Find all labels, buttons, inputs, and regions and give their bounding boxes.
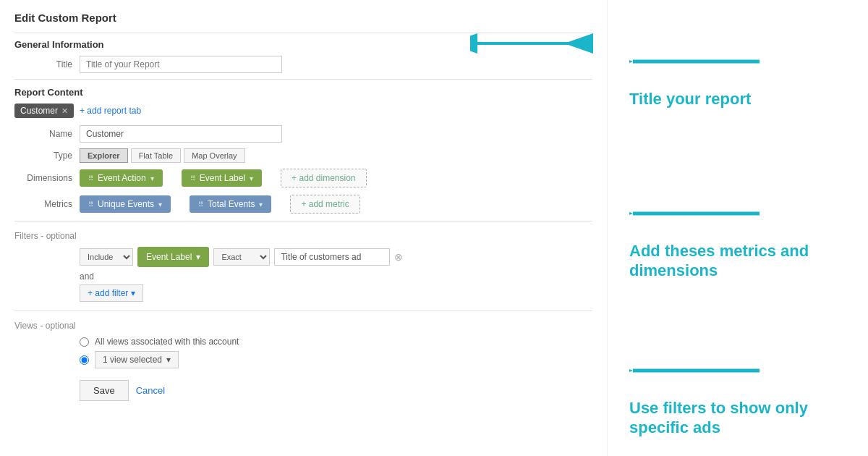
metric-label: Unique Events: [98, 199, 154, 209]
annotation-metrics-text: Add theses metrics and dimensions: [629, 242, 846, 280]
right-panel: Title your report Add theses metrics and…: [608, 0, 868, 456]
left-panel: Edit Custom Report General Information T…: [0, 0, 608, 456]
name-label: Name: [14, 129, 80, 139]
add-filter-label: + add filter: [88, 288, 128, 298]
filters-section: Filters - optional Include Exclude Event…: [14, 230, 592, 302]
arrow-title-report: [470, 22, 600, 65]
filters-arrow-svg: [629, 345, 774, 396]
metrics-label: Metrics: [14, 195, 80, 209]
chevron-down-icon-7: ▾: [166, 355, 171, 365]
filters-optional: - optional: [41, 231, 76, 241]
dimensions-label: Dimensions: [14, 169, 80, 183]
active-tab[interactable]: Customer ✕: [14, 104, 74, 118]
dimension-label-2: Event Label: [200, 173, 245, 183]
annotation-title-text: Title your report: [629, 90, 846, 109]
dimension-chip-event-label[interactable]: ⠿ Event Label ▾: [182, 169, 262, 187]
views-label: Views - optional: [14, 320, 592, 331]
metrics-chips: ⠿ Unique Events ▾ ✕ ⠿ Total Events ▾ ✕ +…: [80, 195, 360, 214]
type-btn-flat-table[interactable]: Flat Table: [131, 148, 182, 163]
type-btn-explorer[interactable]: Explorer: [80, 148, 128, 163]
annotation-metrics: Add theses metrics and dimensions: [629, 188, 846, 280]
type-row: Type Explorer Flat Table Map Overlay: [14, 148, 592, 163]
dimension-label: Event Action: [98, 173, 146, 183]
title-label: Title: [14, 59, 80, 69]
chevron-down-icon-2: ▾: [250, 174, 253, 182]
annotation-title-report: Title your report: [629, 36, 846, 109]
title-input[interactable]: [80, 56, 282, 73]
selected-view-radio-row: 1 view selected ▾: [80, 351, 592, 368]
add-metric-btn[interactable]: + add metric: [290, 195, 359, 214]
views-section: Views - optional All views associated wi…: [14, 320, 592, 368]
all-views-label: All views associated with this account: [95, 337, 239, 347]
all-views-radio[interactable]: [80, 337, 89, 347]
tab-label: Customer: [20, 106, 58, 116]
filter-dimension-chip[interactable]: Event Label ▾: [137, 247, 209, 267]
filter-dimension-label: Event Label: [146, 252, 192, 262]
include-select[interactable]: Include Exclude: [80, 248, 133, 266]
title-arrow-svg: [629, 36, 774, 87]
and-label: and: [80, 271, 592, 282]
dimensions-row: Dimensions ⠿ Event Action ▾ ✕ ⠿ Event La…: [14, 169, 592, 187]
tabs-row: Customer ✕ + add report tab: [14, 104, 592, 118]
chevron-down-icon-3: ▾: [158, 200, 162, 208]
metrics-arrow-svg: [629, 188, 774, 239]
type-label: Type: [14, 151, 80, 161]
type-btn-map-overlay[interactable]: Map Overlay: [184, 148, 244, 163]
filters-label: Filters - optional: [14, 230, 592, 241]
metric-chip-unique-events[interactable]: ⠿ Unique Events ▾: [80, 195, 171, 213]
annotation-filters: Use filters to show only specific ads: [629, 345, 846, 437]
dimension-chip-event-action[interactable]: ⠿ Event Action ▾: [80, 169, 163, 187]
type-buttons: Explorer Flat Table Map Overlay: [80, 148, 245, 163]
views-optional: - optional: [40, 321, 75, 331]
selected-view-radio[interactable]: [80, 355, 89, 365]
grid-icon-2: ⠿: [190, 174, 195, 182]
annotation-filters-text: Use filters to show only specific ads: [629, 399, 846, 437]
grid-icon-4: ⠿: [198, 200, 203, 208]
remove-total-events[interactable]: ✕: [276, 199, 286, 209]
save-button[interactable]: Save: [80, 380, 129, 401]
metric-label-2: Total Events: [208, 199, 255, 209]
dimensions-chips: ⠿ Event Action ▾ ✕ ⠿ Event Label ▾ ✕ + a…: [80, 169, 367, 187]
cancel-button[interactable]: Cancel: [136, 380, 165, 401]
grid-icon-3: ⠿: [88, 200, 93, 208]
filter-value-input[interactable]: [274, 248, 390, 266]
chevron-down-icon-6: ▾: [131, 288, 135, 298]
metric-chip-total-events[interactable]: ⠿ Total Events ▾: [190, 195, 271, 213]
metrics-row: Metrics ⠿ Unique Events ▾ ✕ ⠿ Total Even…: [14, 195, 592, 214]
action-buttons: Save Cancel: [80, 380, 592, 401]
chevron-down-icon-4: ▾: [259, 200, 263, 208]
add-filter-btn[interactable]: + add filter ▾: [80, 284, 143, 302]
report-content-section: Report Content Customer ✕ + add report t…: [14, 87, 592, 214]
add-dimension-btn[interactable]: + add dimension: [281, 169, 366, 187]
all-views-radio-row: All views associated with this account: [80, 337, 592, 347]
remove-unique-events[interactable]: ✕: [175, 199, 185, 209]
filter-row: Include Exclude Event Label ▾ Exact Cont…: [80, 247, 592, 267]
remove-event-label[interactable]: ✕: [266, 173, 276, 183]
add-tab-link[interactable]: + add report tab: [80, 106, 141, 116]
report-content-label: Report Content: [14, 87, 592, 98]
name-input[interactable]: [80, 125, 282, 143]
chevron-down-icon: ▾: [150, 174, 154, 182]
tab-close-icon[interactable]: ✕: [61, 106, 68, 116]
selected-view-label: 1 view selected: [103, 355, 162, 365]
exact-select[interactable]: Exact Contains Matches: [213, 248, 270, 266]
grid-icon: ⠿: [88, 174, 93, 182]
view-select-btn[interactable]: 1 view selected ▾: [95, 351, 179, 368]
remove-event-action[interactable]: ✕: [167, 173, 177, 183]
chevron-down-icon-5: ▾: [196, 252, 200, 262]
filter-remove-icon[interactable]: ⊗: [394, 251, 403, 263]
name-row: Name: [14, 125, 592, 143]
